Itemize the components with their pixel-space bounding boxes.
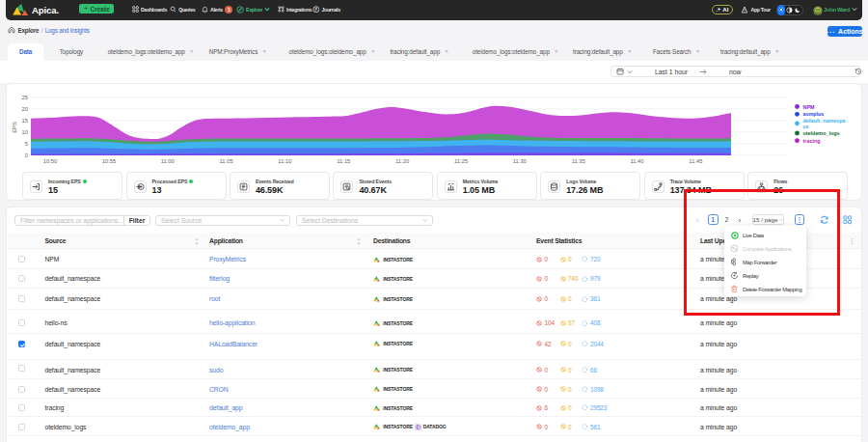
svg-text:11:35: 11:35 (572, 158, 585, 164)
svg-text:11:45: 11:45 (689, 158, 702, 164)
svg-text:20: 20 (22, 106, 28, 112)
svg-text:EPS: EPS (12, 122, 17, 133)
svg-text:NPM: NPM (803, 104, 815, 110)
svg-text:10: 10 (22, 129, 28, 135)
svg-text:11:25: 11:25 (454, 158, 468, 164)
svg-text:5: 5 (25, 141, 28, 147)
svg-text:15: 15 (22, 118, 28, 124)
svg-text:asmplus: asmplus (803, 111, 825, 117)
svg-text:25: 25 (22, 95, 28, 100)
svg-text:tracing: tracing (803, 138, 821, 144)
svg-text:10:55: 10:55 (102, 158, 117, 164)
svg-text:11:20: 11:20 (395, 158, 409, 164)
svg-text:11:15: 11:15 (337, 158, 350, 164)
svg-text:11:10: 11:10 (278, 158, 291, 164)
svg-text:11:00: 11:00 (161, 158, 175, 164)
svg-text:0: 0 (25, 152, 28, 158)
svg-text:11:30: 11:30 (513, 158, 527, 164)
svg-text:oteldemo_logs: oteldemo_logs (803, 130, 840, 136)
svg-text:ce: ce (803, 124, 809, 129)
svg-text:default_namespa: default_namespa (803, 118, 847, 124)
svg-text:11:40: 11:40 (630, 158, 643, 164)
svg-text:10:50: 10:50 (43, 158, 58, 164)
svg-text:11:05: 11:05 (220, 158, 233, 164)
